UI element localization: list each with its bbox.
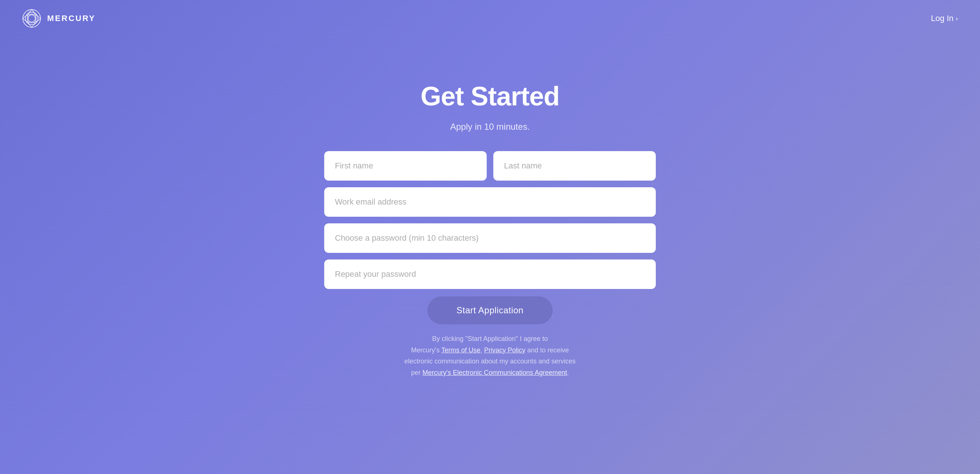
terms-suffix: and to receive xyxy=(525,346,569,354)
name-row xyxy=(324,151,656,180)
terms-comma: , xyxy=(480,346,482,354)
header: MERCURY Log In › xyxy=(0,0,980,37)
last-name-input[interactable] xyxy=(493,151,656,180)
repeat-password-input[interactable] xyxy=(324,260,656,289)
mercury-logo-icon xyxy=(22,9,41,28)
terms-line3: electronic communication about my accoun… xyxy=(404,357,576,365)
signup-form xyxy=(324,151,656,289)
terms-eca-prefix: per xyxy=(411,369,423,376)
first-name-input[interactable] xyxy=(324,151,487,180)
login-label: Log In xyxy=(931,14,953,23)
login-link[interactable]: Log In › xyxy=(931,14,958,23)
logo-text: MERCURY xyxy=(47,14,95,23)
logo-area: MERCURY xyxy=(22,9,95,28)
terms-mercury-prefix: Mercury's xyxy=(411,346,441,354)
page-title: Get Started xyxy=(420,81,559,111)
terms-line1: By clicking "Start Application" I agree … xyxy=(432,335,548,342)
svg-point-2 xyxy=(28,15,35,22)
terms-period: . xyxy=(567,369,569,376)
login-chevron-icon: › xyxy=(956,15,958,22)
page-subtitle: Apply in 10 minutes. xyxy=(450,121,530,132)
password-input[interactable] xyxy=(324,223,656,253)
main-content: Get Started Apply in 10 minutes. Start A… xyxy=(0,44,980,378)
start-application-button[interactable]: Start Application xyxy=(427,296,553,324)
email-input[interactable] xyxy=(324,187,656,217)
privacy-policy-link[interactable]: Privacy Policy xyxy=(484,346,525,354)
eca-link[interactable]: Mercury's Electronic Communications Agre… xyxy=(423,369,567,376)
terms-of-use-link[interactable]: Terms of Use xyxy=(441,346,480,354)
terms-text: By clicking "Start Application" I agree … xyxy=(404,333,576,378)
